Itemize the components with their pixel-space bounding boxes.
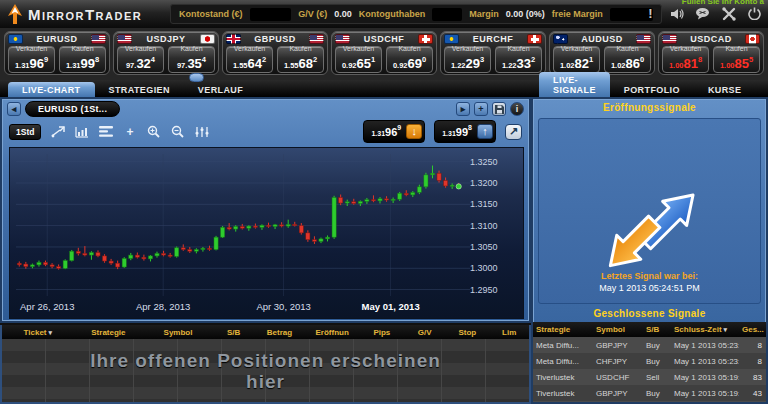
sell-button[interactable]: Verkaufen 97.324 (117, 46, 164, 73)
currency-pair-label: USDCHF (364, 34, 405, 44)
chart-type-icon[interactable] (74, 125, 89, 139)
positions-col-s-b[interactable]: S/B (213, 328, 255, 337)
signals-col-s-b[interactable]: S/B (643, 325, 671, 334)
buy-button[interactable]: Kaufen 1.00855 (713, 46, 760, 73)
sell-price-button[interactable]: 1.31969 ↓ (363, 120, 425, 142)
quote-currency-flag-icon (418, 34, 433, 44)
sell-button[interactable]: Verkaufen 1.22293 (444, 46, 491, 73)
buy-price: 1.55682 (284, 53, 317, 73)
positions-col-pips[interactable]: Pips (360, 328, 404, 337)
buy-price: 97.354 (177, 53, 206, 73)
sell-button[interactable]: Verkaufen 0.92651 (335, 46, 382, 73)
last-signal-info: Letztes Signal war bei: May 1 2013 05:24… (539, 271, 760, 293)
buy-button[interactable]: Kaufen 1.55682 (277, 46, 324, 73)
tab-strategien[interactable]: STRATEGIEN (95, 82, 184, 97)
closed-signals-header-row: StrategieSymbolS/BSchluss-Zeit▾Ges... (533, 322, 766, 337)
signal-row[interactable]: Meta Diffu...GBPJPYBuyMay 1 2013 05:23:2… (533, 337, 766, 353)
chart-toolbar: 1Std + (2, 119, 529, 144)
signal-row[interactable]: TiverlustekUSDCHFSellMay 1 2013 05:19:48… (533, 369, 766, 385)
sell-price: 1.22293 (451, 53, 484, 73)
topbar-icon-group: ! (643, 6, 762, 21)
buy-price: 1.00855 (720, 53, 753, 73)
tab-kurse[interactable]: KURSE (694, 82, 756, 97)
closed-signals-title: Geschlossene Signale (533, 305, 766, 321)
quote-tile-usdchf: USDCHF Verkaufen 0.92651 Kaufen 0.92690 (331, 31, 437, 75)
collapse-handle[interactable] (189, 73, 204, 82)
top-bar: MirrorTrader Kontostand (€) G/V (€) 0.00… (0, 0, 768, 28)
timeframe-button[interactable]: 1Std (9, 124, 41, 140)
buy-button[interactable]: Kaufen 1.31998 (59, 46, 106, 73)
buy-button[interactable]: Kaufen 0.92690 (386, 46, 433, 73)
sell-price: 1.31969 (15, 53, 48, 73)
svg-text:1.3000: 1.3000 (470, 263, 498, 273)
tab-live-signale[interactable]: LIVE-SIGNALE (539, 72, 610, 97)
positions-col-lim[interactable]: Lim (489, 328, 529, 337)
tab-kon[interactable]: Kon (755, 82, 768, 97)
positions-col-symbol[interactable]: Symbol (143, 328, 213, 337)
crosshair-tool-icon[interactable]: + (122, 125, 137, 139)
base-currency-flag-icon (444, 34, 459, 44)
base-currency-flag-icon (553, 34, 568, 44)
chart-tab-scroll-left-icon[interactable]: ◂ (7, 102, 21, 116)
positions-col-ticket[interactable]: Ticket▾ (2, 328, 74, 337)
positions-col-betrag[interactable]: Betrag (255, 328, 305, 337)
signal-row[interactable]: TiverlustekGBPJPYBuyMay 1 2013 05:19:443 (533, 385, 766, 401)
tab-verlauf[interactable]: VERLAUF (184, 82, 257, 97)
signal-row[interactable]: Meta Diffu...CHFJPYBuyMay 1 2013 05:23:2… (533, 353, 766, 369)
chat-icon[interactable] (695, 6, 710, 21)
sell-button[interactable]: Verkaufen 1.31969 (8, 46, 55, 73)
indicators-tool-icon[interactable] (194, 125, 209, 139)
svg-text:1.3150: 1.3150 (470, 199, 498, 209)
buy-price: 1.31998 (66, 53, 99, 73)
signals-col-symbol[interactable]: Symbol (593, 325, 643, 334)
positions-col-er-ffnun[interactable]: Eröffnun (304, 328, 360, 337)
tab-portfolio[interactable]: PORTFOLIO (610, 82, 694, 97)
sell-button[interactable]: Verkaufen 1.55642 (226, 46, 273, 73)
base-currency-flag-icon (8, 34, 23, 44)
logo-arrow-icon (6, 4, 24, 24)
positions-col-g-v[interactable]: G/V (404, 328, 446, 337)
live-chart-panel: ◂ EURUSD (1St... ▸ + i 1Std (0, 97, 531, 323)
trendline-tool-icon[interactable] (50, 125, 65, 139)
zoom-in-icon[interactable] (146, 125, 161, 139)
zoom-out-icon[interactable] (170, 125, 185, 139)
tab-live-chart[interactable]: LIVE-CHART (8, 82, 95, 97)
chart-plot-area[interactable]: 1.32501.32001.31501.31001.30501.30001.29… (9, 147, 524, 319)
signals-col-schluss-zeit[interactable]: Schluss-Zeit▾ (671, 325, 739, 334)
buy-button[interactable]: Kaufen 1.22332 (495, 46, 542, 73)
tools-icon[interactable] (721, 6, 736, 21)
signals-col-strategie[interactable]: Strategie (533, 325, 593, 334)
quote-currency-flag-icon (527, 34, 542, 44)
sell-button[interactable]: Verkaufen 1.02821 (553, 46, 600, 73)
layers-tool-icon[interactable] (98, 125, 113, 139)
buy-button[interactable]: Kaufen 1.02860 (604, 46, 651, 73)
quote-currency-flag-icon (91, 34, 106, 44)
currency-pair-label: EURCHF (473, 34, 514, 44)
chart-title-bar: ◂ EURUSD (1St... ▸ + i (2, 99, 529, 119)
buy-price: 1.22332 (502, 53, 535, 73)
quote-tile-audusd: AUDUSD Verkaufen 1.02821 Kaufen 1.02860 (549, 31, 655, 75)
speaker-icon[interactable] (669, 6, 684, 21)
kontostand-label: Kontostand (€) (179, 9, 243, 19)
buy-button[interactable]: Kaufen 97.354 (168, 46, 215, 73)
buy-arrow-icon[interactable]: ↑ (477, 124, 493, 139)
last-signal-time: May 1 2013 05:24:51 PM (539, 283, 760, 293)
positions-col-stop[interactable]: Stop (446, 328, 490, 337)
alert-icon[interactable]: ! (643, 6, 658, 21)
signal-arrows-icon (595, 191, 705, 269)
quote-currency-flag-icon (636, 34, 651, 44)
add-chart-icon[interactable]: + (474, 102, 488, 116)
sell-button[interactable]: Verkaufen 1.00818 (662, 46, 709, 73)
expand-chart-icon[interactable]: ↗ (505, 124, 522, 140)
info-icon[interactable]: i (510, 102, 524, 116)
chart-symbol-tab[interactable]: EURUSD (1St... (25, 101, 120, 117)
power-icon[interactable] (747, 6, 762, 21)
open-positions-panel: Ticket▾StrategieSymbolS/BBetragEröffnunP… (0, 325, 531, 404)
sell-price: 0.92651 (342, 53, 375, 73)
sell-arrow-icon[interactable]: ↓ (406, 124, 422, 139)
signals-col-ges-[interactable]: Ges... (739, 325, 766, 334)
buy-price-button[interactable]: 1.31998 ↑ (434, 120, 496, 142)
save-chart-icon[interactable] (492, 102, 506, 116)
positions-col-strategie[interactable]: Strategie (74, 328, 144, 337)
chart-tab-scroll-right-icon[interactable]: ▸ (456, 102, 470, 116)
